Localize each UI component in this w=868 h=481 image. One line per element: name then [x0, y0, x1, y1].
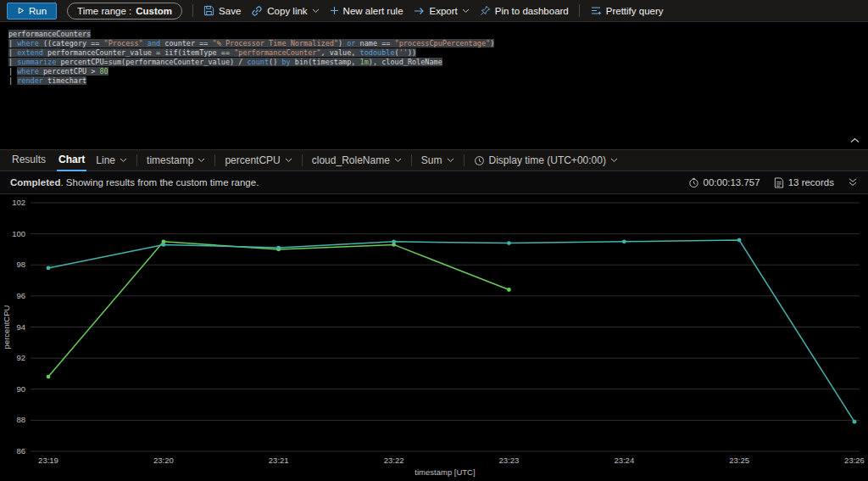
- chevron-down-icon: [610, 158, 618, 163]
- y-axis-dropdown[interactable]: percentCPU: [225, 154, 292, 166]
- chevron-down-icon: [462, 8, 470, 14]
- status-bar: Completed. Showing results from the cust…: [0, 171, 868, 194]
- query-token: performanceCounter_value = iif(itemType …: [43, 48, 234, 57]
- data-point[interactable]: [392, 239, 396, 243]
- y-tick-label: 96: [16, 291, 25, 300]
- data-point[interactable]: [47, 266, 51, 271]
- x-tick-label: 23:24: [614, 456, 634, 465]
- records-icon: [774, 177, 784, 188]
- query-token: '': [399, 48, 408, 57]
- query-token: and: [147, 39, 160, 48]
- query-token: where: [17, 67, 39, 76]
- save-button[interactable]: Save: [203, 5, 241, 16]
- divider: [302, 154, 303, 166]
- data-point[interactable]: [47, 375, 51, 379]
- y-axis-title: percentCPU: [2, 305, 11, 349]
- data-point[interactable]: [162, 243, 166, 247]
- y-tick-label: 102: [12, 198, 25, 207]
- query-token: "Process": [104, 39, 143, 48]
- query-duration-value: 00:00:13.757: [704, 177, 760, 187]
- y-tick-label: 86: [16, 446, 25, 456]
- x-tick-label: 23:22: [384, 456, 404, 465]
- run-label: Run: [29, 6, 47, 16]
- query-token: todouble: [360, 48, 395, 57]
- data-point[interactable]: [507, 241, 511, 245]
- query-token: (): [269, 58, 281, 66]
- pin-icon: [480, 5, 491, 16]
- display-time-value: Display time (UTC+00:00): [489, 154, 606, 166]
- plus-icon: [330, 6, 339, 15]
- split-by-dropdown[interactable]: cloud_RoleName: [312, 154, 402, 166]
- query-token: (: [395, 48, 399, 57]
- prettify-query-label: Prettify query: [606, 6, 664, 16]
- query-token: extend: [17, 48, 43, 57]
- query-token: timechart: [43, 76, 86, 85]
- time-range-label: Time range :: [77, 6, 131, 16]
- status-completed: Completed: [10, 177, 60, 187]
- data-point[interactable]: [853, 420, 857, 424]
- new-alert-rule-button[interactable]: New alert rule: [330, 6, 403, 16]
- y-axis-value: percentCPU: [225, 154, 280, 166]
- time-range-value: Custom: [136, 6, 172, 16]
- run-button[interactable]: Run: [7, 3, 57, 20]
- data-point[interactable]: [507, 288, 511, 292]
- chevron-down-icon: [120, 158, 127, 163]
- query-editor[interactable]: performanceCounters| where ((category ==…: [0, 22, 868, 149]
- query-token: summarize: [17, 58, 56, 66]
- query-token: ): [490, 39, 494, 48]
- query-token: "performanceCounter": [234, 48, 320, 57]
- query-token: bin(timestamp,: [291, 58, 360, 66]
- prettify-icon: [590, 5, 602, 17]
- query-token: ), cloud_RoleName: [369, 58, 442, 66]
- y-tick-label: 98: [16, 260, 25, 269]
- display-time-dropdown[interactable]: Display time (UTC+00:00): [474, 154, 618, 166]
- save-label: Save: [219, 6, 241, 16]
- chevron-down-icon: [394, 158, 402, 163]
- y-tick-label: 94: [16, 322, 25, 332]
- time-range-button[interactable]: Time range : Custom: [67, 3, 182, 20]
- copy-link-button[interactable]: Copy link: [251, 5, 319, 17]
- query-token: 1m: [360, 58, 369, 66]
- export-button[interactable]: Export: [414, 5, 470, 17]
- tab-chart[interactable]: Chart: [57, 150, 86, 171]
- chart-type-dropdown[interactable]: Line: [96, 154, 127, 166]
- collapse-editor-icon[interactable]: [850, 137, 860, 146]
- data-point[interactable]: [737, 238, 742, 243]
- x-axis-dropdown[interactable]: timestamp: [147, 154, 205, 166]
- pin-to-dashboard-button[interactable]: Pin to dashboard: [480, 5, 569, 16]
- aggregation-dropdown[interactable]: Sum: [421, 154, 454, 166]
- x-tick-label: 23:20: [153, 456, 174, 465]
- query-token: count: [247, 58, 269, 66]
- prettify-query-button[interactable]: Prettify query: [590, 5, 664, 17]
- query-token: "% Processor Time Normalized": [213, 39, 338, 48]
- chevron-down-icon: [198, 158, 205, 163]
- query-token: |: [8, 58, 17, 66]
- play-icon: [17, 7, 25, 14]
- x-tick-label: 23:26: [844, 456, 865, 465]
- pin-to-dashboard-label: Pin to dashboard: [495, 6, 569, 16]
- query-token: |: [8, 39, 17, 48]
- toolbar: Run Time range : Custom Save Copy link: [0, 0, 868, 22]
- tab-results[interactable]: Results: [10, 150, 47, 171]
- chart-section: 8688909294969810010223:1923:2023:2123:22…: [0, 194, 868, 481]
- status-message: . Showing results from the custom time r…: [60, 177, 259, 187]
- chart-type-value: Line: [96, 154, 115, 166]
- timechart-svg[interactable]: 8688909294969810010223:1923:2023:2123:22…: [0, 194, 868, 481]
- data-point[interactable]: [622, 239, 626, 243]
- link-icon: [251, 5, 263, 17]
- tab-chart-label: Chart: [58, 154, 85, 165]
- query-line: | summarize percentCPU=sum(performanceCo…: [8, 58, 868, 67]
- new-alert-rule-label: New alert rule: [343, 6, 403, 16]
- copy-link-label: Copy link: [267, 6, 307, 16]
- record-count-value: 13 records: [788, 177, 834, 187]
- query-lines: performanceCounters| where ((category ==…: [8, 30, 868, 86]
- data-point[interactable]: [276, 246, 281, 250]
- query-token: |: [8, 76, 17, 85]
- x-axis-title: timestamp [UTC]: [415, 467, 475, 477]
- double-chevron-down-icon[interactable]: [848, 177, 858, 187]
- query-duration: 00:00:13.757: [688, 177, 760, 188]
- divider: [411, 154, 412, 166]
- query-line: | render timechart: [8, 76, 868, 86]
- query-token: performanceCounters: [8, 30, 91, 38]
- split-by-value: cloud_RoleName: [312, 154, 390, 166]
